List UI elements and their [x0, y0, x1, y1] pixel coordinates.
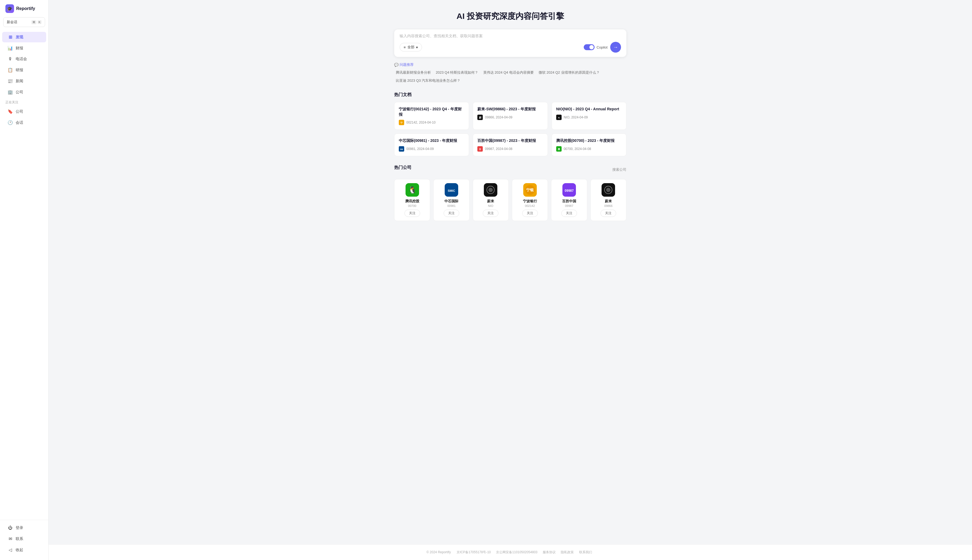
- sidebar-item-company-watch[interactable]: 🔖 公司: [2, 106, 46, 117]
- app-logo: 🎓 Reportify: [0, 4, 49, 17]
- sidebar-bottom: ⏻ 登录 ✉ 联系 ◁ 收起: [0, 520, 49, 556]
- sidebar-item-news[interactable]: 📰 新闻: [2, 76, 46, 86]
- doc-card[interactable]: 宁波银行(002142) - 2023 Q4 - 年度财报 宁 002142, …: [394, 102, 469, 130]
- doc-card[interactable]: 腾讯控股(00700) - 2023 - 年度财报 腾 00700, 2024-…: [552, 133, 626, 156]
- follow-button[interactable]: 关注: [443, 210, 459, 217]
- svg-text:🐧: 🐧: [408, 186, 417, 194]
- security-link[interactable]: 京公网安备11010502054803: [496, 550, 537, 554]
- sidebar-item-finance[interactable]: 📊 财报: [2, 43, 46, 53]
- sidebar-item-meeting-watch[interactable]: 🕐 会话: [2, 117, 46, 128]
- doc-meta-code: 002142, 2024-04-10: [407, 121, 435, 124]
- company-card-baisheng[interactable]: 09987 百胜中国 09987 关注: [551, 179, 587, 221]
- sidebar-item-research[interactable]: 📋 研报: [2, 65, 46, 75]
- page-title: AI 投资研究深度内容问答引擎: [394, 11, 626, 22]
- copilot-toggle-area: Copilot: [584, 44, 607, 50]
- follow-button[interactable]: 关注: [561, 210, 577, 217]
- suggestion-tag[interactable]: 腾讯最新财报业务分析: [394, 69, 433, 76]
- company-icon: 🏢: [8, 90, 13, 95]
- discover-icon: ⊞: [8, 35, 13, 40]
- doc-meta-code: 09987, 2024-04-08: [485, 147, 512, 151]
- sidebar-item-label: 会话: [16, 120, 23, 125]
- company-card-ningbo[interactable]: 宁银 宁波银行 002142 关注: [512, 179, 548, 221]
- company-badge: SM: [399, 146, 404, 152]
- suggestions-section: 💬 问题推荐 腾讯最新财报业务分析 2023 Q4 特斯拉表现如何？ 英伟达 2…: [394, 62, 626, 84]
- sidebar-item-login[interactable]: ⏻ 登录: [2, 523, 46, 533]
- company-name: 百胜中国: [554, 199, 584, 204]
- nio2-logo: [602, 183, 615, 197]
- sidebar-item-label: 联系: [16, 537, 23, 542]
- svg-text:宁: 宁: [400, 122, 403, 124]
- filter-button[interactable]: ≡ 全部 ▾: [400, 43, 422, 52]
- doc-card-title: 蔚来-SW(09866) - 2023 - 年度财报: [477, 107, 543, 112]
- svg-text:百: 百: [479, 148, 481, 150]
- footer: © 2024 Reportify 京ICP备17055178号-10 京公网安备…: [49, 544, 972, 560]
- watching-label: 正在关注: [0, 98, 49, 106]
- doc-card-meta: N NIO, 2024-04-09: [556, 115, 622, 120]
- company-card-tencent[interactable]: 🐧 腾讯控股 00700 关注: [394, 179, 430, 221]
- sidebar-item-company[interactable]: 🏢 公司: [2, 87, 46, 97]
- contact-link[interactable]: 联系我们: [579, 550, 592, 554]
- copilot-toggle[interactable]: [584, 44, 594, 50]
- search-input-row: [400, 34, 621, 38]
- logo-icon: 🎓: [5, 4, 14, 13]
- hot-companies-title: 热门公司: [394, 165, 412, 170]
- doc-card[interactable]: 百胜中国(09987) - 2023 - 年度财报 百 09987, 2024-…: [473, 133, 547, 156]
- collapse-icon: ◁: [8, 547, 13, 552]
- nio2-logo-svg: [602, 183, 615, 197]
- privacy-link[interactable]: 隐私政策: [561, 550, 574, 554]
- company-card-smic[interactable]: SMIC 中芯国际 00981 关注: [433, 179, 469, 221]
- suggestion-tag[interactable]: 2023 Q4 特斯拉表现如何？: [434, 69, 480, 76]
- svg-text:SMIC: SMIC: [448, 189, 455, 192]
- smic-logo-svg: SMIC: [445, 183, 458, 197]
- company-code: 09866: [594, 204, 624, 207]
- follow-button[interactable]: 关注: [483, 210, 499, 217]
- doc-card[interactable]: 中芯国际(00981) - 2023 - 年度财报 SM 00981, 2024…: [394, 133, 469, 156]
- suggestion-tag[interactable]: 比亚迪 2023 Q3 汽车和电池业务怎么样？: [394, 77, 462, 84]
- company-badge: 宁: [399, 120, 404, 125]
- sidebar-item-conference[interactable]: 🎙 电话会: [2, 54, 46, 64]
- search-input[interactable]: [400, 34, 621, 38]
- doc-card-meta: 蔚 09866, 2024-04-09: [477, 115, 543, 120]
- doc-card-title: NIO(NIO) - 2023 Q4 - Annual Report: [556, 107, 622, 112]
- companies-header: 热门公司 搜索公司: [394, 165, 626, 175]
- sidebar-item-label: 研报: [16, 68, 23, 73]
- suggestion-tag[interactable]: 微软 2024 Q2 业绩增长的原因是什么？: [537, 69, 601, 76]
- suggestions-label: 💬 问题推荐: [394, 62, 414, 67]
- company-card-nio2[interactable]: 蔚来 09866 关注: [591, 179, 626, 221]
- nio-logo-svg: [484, 183, 497, 197]
- app-name: Reportify: [16, 6, 35, 11]
- finance-icon: 📊: [8, 46, 13, 51]
- search-company-link[interactable]: 搜索公司: [612, 167, 626, 172]
- filter-label: 全部: [407, 45, 415, 50]
- follow-button[interactable]: 关注: [405, 210, 420, 217]
- send-button[interactable]: →: [610, 42, 621, 53]
- tencent-logo-svg: 🐧: [405, 183, 419, 197]
- sidebar-item-label: 财报: [16, 46, 23, 51]
- search-controls: ≡ 全部 ▾ Copilot →: [400, 42, 621, 53]
- nio2-logo: N: [556, 115, 562, 120]
- doc-card[interactable]: NIO(NIO) - 2023 Q4 - Annual Report N NIO…: [552, 102, 626, 130]
- follow-button[interactable]: 关注: [522, 210, 538, 217]
- shortcut-cmd: ⌘: [31, 20, 37, 24]
- follow-button[interactable]: 关注: [601, 210, 616, 217]
- doc-card-meta: 百 09987, 2024-04-08: [477, 146, 543, 152]
- sidebar-item-collapse[interactable]: ◁ 收起: [2, 545, 46, 555]
- hot-docs-title: 热门文档: [394, 92, 626, 98]
- copilot-section: Copilot →: [584, 42, 621, 53]
- icp-link[interactable]: 京ICP备17055178号-10: [457, 550, 491, 554]
- doc-card[interactable]: 蔚来-SW(09866) - 2023 - 年度财报 蔚 09866, 2024…: [473, 102, 547, 130]
- company-code: 00981: [436, 204, 466, 207]
- doc-card-meta: SM 00981, 2024-04-09: [399, 146, 464, 152]
- conference-icon: 🎙: [8, 57, 13, 62]
- terms-link[interactable]: 服务协议: [543, 550, 555, 554]
- smic-logo: SM: [399, 146, 404, 152]
- sidebar-item-contact[interactable]: ✉ 联系: [2, 533, 46, 544]
- new-chat-label: 新会话: [7, 20, 17, 25]
- company-card-nio[interactable]: 蔚来 NIO 关注: [473, 179, 509, 221]
- sidebar-item-discover[interactable]: ⊞ 发现: [2, 32, 46, 42]
- new-chat-button[interactable]: 新会话 ⌘ K: [3, 17, 45, 27]
- suggestion-tag[interactable]: 英伟达 2024 Q4 电话会内容摘要: [482, 69, 535, 76]
- company-badge: 腾: [556, 146, 562, 152]
- hot-docs-section: 热门文档 宁波银行(002142) - 2023 Q4 - 年度财报 宁 002…: [394, 92, 626, 156]
- company-code: 00700: [397, 204, 427, 207]
